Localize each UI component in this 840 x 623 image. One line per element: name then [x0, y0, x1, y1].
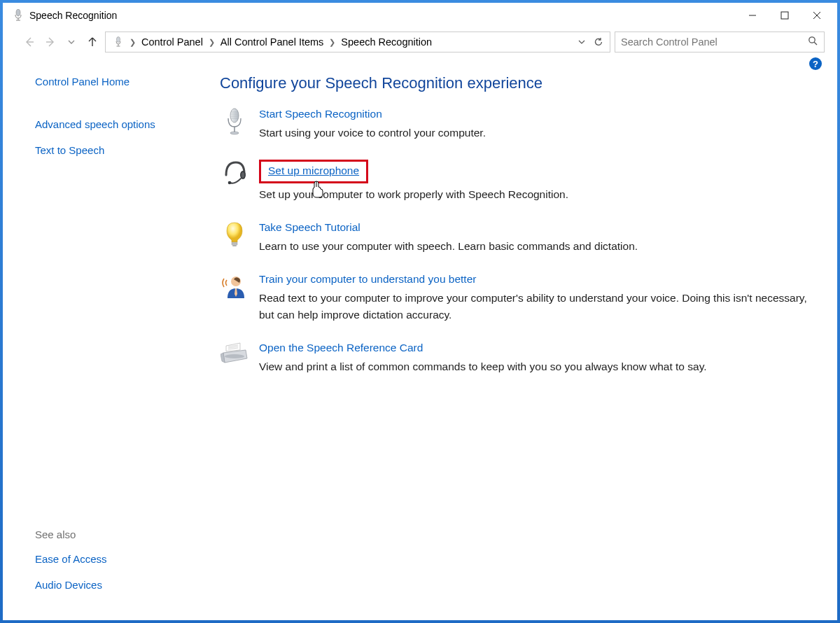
svg-line-13 — [814, 42, 817, 45]
svg-rect-25 — [232, 244, 237, 245]
svg-point-31 — [225, 354, 244, 358]
sidebar-link[interactable]: Advanced speech options — [35, 118, 213, 130]
task-item: Train your computer to understand you be… — [220, 273, 809, 323]
svg-rect-24 — [232, 242, 237, 244]
help-row: ? — [3, 56, 837, 71]
svg-point-0 — [16, 9, 20, 16]
search-input[interactable] — [621, 36, 808, 48]
toolbar: ❯ Control Panel ❯ All Control Panel Item… — [3, 28, 837, 56]
window-title: Speech Recognition — [29, 10, 117, 21]
location-icon — [111, 35, 125, 49]
maximize-button[interactable] — [769, 4, 801, 27]
sidebar: Control Panel Home Advanced speech optio… — [3, 71, 213, 620]
sidebar-see-also-link[interactable]: Audio Devices — [35, 579, 213, 591]
main-content: Configure your Speech Recognition experi… — [213, 71, 837, 620]
svg-point-14 — [230, 108, 239, 122]
task-item: Start Speech Recognition Start using you… — [220, 108, 809, 141]
help-icon[interactable]: ? — [809, 57, 822, 70]
sidebar-see-also-link[interactable]: Ease of Access — [35, 553, 213, 565]
chevron-right-icon[interactable]: ❯ — [128, 38, 137, 47]
close-button[interactable] — [801, 4, 833, 27]
task-link-reference-card[interactable]: Open the Speech Reference Card — [259, 342, 423, 354]
svg-point-16 — [230, 132, 239, 134]
task-desc: View and print a list of common commands… — [259, 358, 809, 375]
microphone-icon — [220, 108, 249, 137]
task-desc: Read text to your computer to improve yo… — [259, 290, 809, 323]
minimize-button[interactable] — [736, 4, 769, 27]
breadcrumb-item[interactable]: Control Panel — [137, 36, 207, 48]
see-also-label: See also — [35, 528, 213, 540]
lightbulb-icon — [220, 221, 249, 251]
page-title: Configure your Speech Recognition experi… — [220, 74, 809, 92]
up-button[interactable] — [84, 34, 101, 50]
svg-point-22 — [241, 172, 245, 178]
search-icon[interactable] — [808, 36, 818, 49]
task-link-train[interactable]: Train your computer to understand you be… — [259, 273, 476, 286]
task-link-setup-microphone[interactable]: Set up microphone — [268, 164, 359, 177]
sidebar-link[interactable]: Text to Speech — [35, 144, 213, 156]
breadcrumb-item[interactable]: Speech Recognition — [337, 36, 436, 48]
recent-locations-button[interactable] — [63, 34, 80, 50]
task-link-tutorial[interactable]: Take Speech Tutorial — [259, 221, 360, 234]
svg-rect-26 — [232, 245, 237, 246]
search-box[interactable] — [615, 31, 825, 52]
task-desc: Start using your voice to control your c… — [259, 125, 809, 141]
headset-icon — [220, 160, 249, 189]
forward-button[interactable] — [42, 34, 59, 50]
task-item: Open the Speech Reference Card View and … — [220, 342, 809, 375]
chevron-right-icon[interactable]: ❯ — [328, 38, 337, 47]
printer-icon — [220, 342, 249, 371]
back-button[interactable] — [21, 34, 38, 50]
task-desc: Learn to use your computer with speech. … — [259, 238, 809, 255]
task-item: Set up microphone Set up your computer t… — [220, 160, 809, 203]
refresh-button[interactable] — [590, 34, 607, 50]
titlebar: Speech Recognition — [3, 3, 837, 28]
breadcrumb-item[interactable]: All Control Panel Items — [216, 36, 328, 48]
sidebar-home-link[interactable]: Control Panel Home — [35, 76, 213, 88]
svg-point-9 — [116, 37, 120, 43]
svg-point-12 — [809, 36, 815, 42]
task-desc: Set up your computer to work properly wi… — [259, 186, 809, 203]
task-item: Take Speech Tutorial Learn to use your c… — [220, 221, 809, 255]
task-link-start-speech[interactable]: Start Speech Recognition — [259, 108, 382, 120]
svg-rect-4 — [781, 12, 788, 19]
body: Control Panel Home Advanced speech optio… — [3, 71, 837, 620]
window: Speech Recognition ❯ Control Panel ❯ All… — [3, 3, 837, 620]
address-bar[interactable]: ❯ Control Panel ❯ All Control Panel Item… — [105, 31, 610, 52]
chevron-right-icon[interactable]: ❯ — [207, 38, 216, 47]
highlighted-region: Set up microphone — [259, 160, 368, 183]
person-speaking-icon — [220, 273, 249, 302]
address-dropdown-button[interactable] — [573, 34, 590, 50]
app-icon — [11, 8, 25, 22]
svg-point-23 — [228, 181, 232, 185]
